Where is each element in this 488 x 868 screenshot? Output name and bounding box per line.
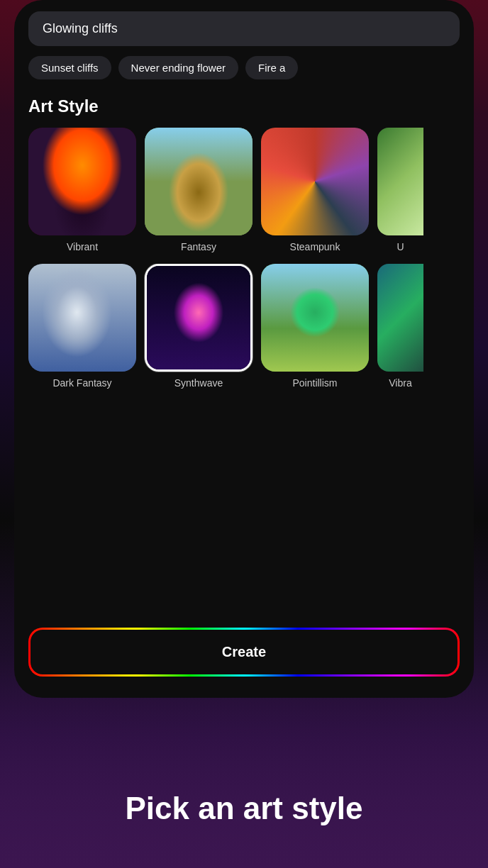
art-thumb-steampunk: [261, 128, 369, 235]
art-item-steampunk[interactable]: Steampunk: [261, 128, 369, 252]
art-thumb-synthwave: [145, 264, 253, 372]
art-item-ultra[interactable]: U: [377, 128, 423, 252]
art-thumb-vibrant: [28, 128, 136, 235]
art-style-title: Art Style: [28, 96, 460, 116]
art-label-pointillism: Pointillism: [292, 377, 337, 389]
scene-steampunk: [261, 128, 369, 235]
art-thumb-darkfantasy: [28, 264, 136, 372]
art-item-synthwave[interactable]: Synthwave: [145, 264, 253, 389]
create-button-border: Create: [28, 628, 460, 677]
art-label-darkfantasy: Dark Fantasy: [52, 377, 111, 389]
art-label-synthwave: Synthwave: [174, 377, 223, 389]
suggestion-chip-0[interactable]: Sunset cliffs: [28, 56, 111, 79]
scene-pointillism: [261, 264, 369, 372]
scene-vibrant2: [377, 264, 423, 372]
art-item-pointillism[interactable]: Pointillism: [261, 264, 369, 389]
search-input-value: Glowing cliffs: [43, 21, 445, 36]
scene-ultra: [377, 128, 423, 235]
scene-vibrant: [28, 128, 136, 235]
art-item-vibrant2[interactable]: Vibra: [377, 264, 423, 389]
scene-darkfantasy: [28, 264, 136, 372]
scene-fantasy: [145, 128, 253, 235]
art-thumb-vibrant2: [377, 264, 423, 372]
art-label-fantasy: Fantasy: [181, 241, 216, 252]
art-label-vibrant2: Vibra: [389, 377, 411, 389]
art-style-section: Art Style Vibrant Fantasy: [14, 79, 474, 613]
create-button-container: Create: [28, 628, 460, 677]
art-item-vibrant[interactable]: Vibrant: [28, 128, 136, 252]
art-row-1: Vibrant Fantasy Steampunk: [28, 128, 460, 252]
art-thumb-pointillism: [261, 264, 369, 372]
suggestions-row: Sunset cliffs Never ending flower Fire a: [14, 46, 474, 79]
art-item-darkfantasy[interactable]: Dark Fantasy: [28, 264, 136, 389]
art-label-vibrant: Vibrant: [67, 241, 98, 252]
main-card: Glowing cliffs Sunset cliffs Never endin…: [14, 0, 474, 698]
art-label-steampunk: Steampunk: [290, 241, 340, 252]
scene-synthwave: [147, 266, 250, 369]
create-button[interactable]: Create: [30, 630, 458, 674]
art-style-grid: Vibrant Fantasy Steampunk: [28, 128, 460, 400]
art-row-2: Dark Fantasy Synthwave Pointillism: [28, 264, 460, 389]
art-thumb-ultra: [377, 128, 423, 235]
bottom-text-container: Pick an art style: [0, 791, 488, 825]
art-item-fantasy[interactable]: Fantasy: [145, 128, 253, 252]
art-label-ultra: U: [396, 241, 404, 252]
bottom-title: Pick an art style: [0, 791, 488, 825]
create-button-label: Create: [222, 644, 266, 660]
suggestion-chip-1[interactable]: Never ending flower: [118, 56, 238, 79]
search-bar[interactable]: Glowing cliffs: [28, 11, 460, 46]
suggestion-chip-2[interactable]: Fire a: [245, 56, 298, 79]
art-thumb-fantasy: [145, 128, 253, 235]
